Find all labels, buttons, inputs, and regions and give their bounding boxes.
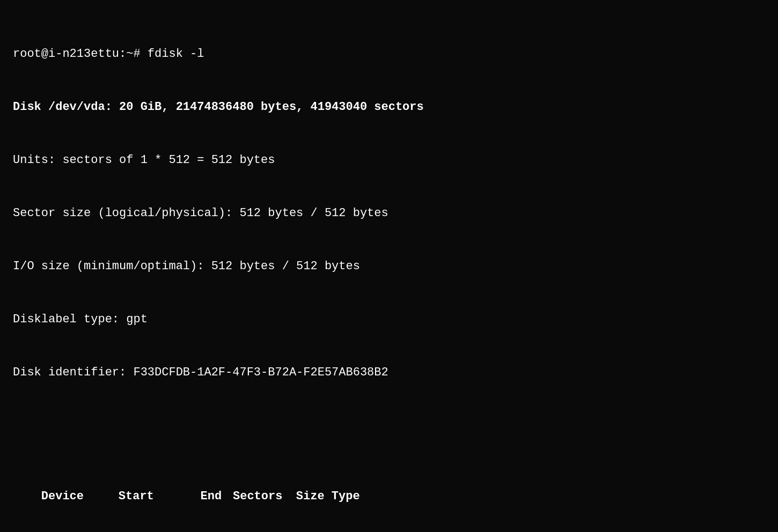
vda-identifier: Disk identifier: F33DCFDB-1A2F-47F3-B72A… [13, 364, 765, 381]
command-prompt: root@i-n213ettu:~# fdisk -l [13, 45, 765, 63]
vda-header: Disk /dev/vda: 20 GiB, 21474836480 bytes… [13, 98, 765, 116]
vda-disklabel: Disklabel type: gpt [13, 311, 765, 328]
vda-units: Units: sectors of 1 * 512 = 512 bytes [13, 151, 765, 169]
terminal: root@i-n213ettu:~# fdisk -l Disk /dev/vd… [13, 10, 765, 532]
partition-table-header: DeviceStart End Sectors Size Type [13, 470, 765, 523]
vda-io-size: I/O size (minimum/optimal): 512 bytes / … [13, 257, 765, 275]
vda-sector-size: Sector size (logical/physical): 512 byte… [13, 204, 765, 222]
